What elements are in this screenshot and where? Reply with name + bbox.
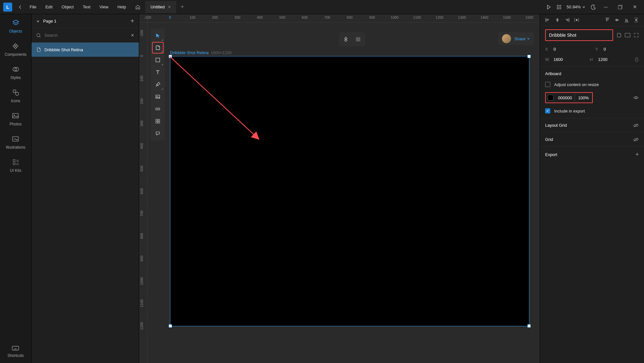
zoom-level[interactable]: 50.94% bbox=[567, 5, 585, 9]
tool-pen[interactable] bbox=[152, 79, 164, 90]
svg-rect-60 bbox=[616, 19, 617, 21]
svg-rect-64 bbox=[627, 20, 628, 21]
rail-components[interactable]: Components bbox=[5, 42, 26, 57]
artboard[interactable] bbox=[170, 56, 529, 326]
layout-grid-section[interactable]: Layout Grid bbox=[540, 118, 644, 132]
resize-handle-br[interactable] bbox=[527, 324, 531, 328]
lock-aspect-icon[interactable] bbox=[634, 57, 639, 62]
svg-point-14 bbox=[15, 92, 19, 95]
add-export-icon[interactable]: + bbox=[635, 151, 639, 158]
include-export-checkbox[interactable]: ✓ bbox=[545, 108, 550, 113]
pixel-grid-icon[interactable] bbox=[353, 34, 363, 44]
tab-close-icon[interactable]: × bbox=[168, 4, 171, 10]
menu-object[interactable]: Object bbox=[57, 1, 78, 13]
back-button[interactable] bbox=[15, 3, 25, 11]
rail-uikits[interactable]: UI Kits bbox=[10, 158, 21, 173]
layout-grid-visibility-icon[interactable] bbox=[633, 123, 639, 128]
align-right-icon[interactable] bbox=[564, 17, 570, 23]
maximize-button[interactable] bbox=[615, 4, 625, 11]
align-left-icon[interactable] bbox=[545, 17, 550, 23]
rail-shortcuts[interactable]: Shortcuts bbox=[7, 345, 24, 358]
align-center-v-icon[interactable] bbox=[614, 17, 620, 23]
svg-rect-48 bbox=[556, 19, 559, 20]
theme-toggle-icon[interactable] bbox=[591, 4, 596, 10]
distribute-v-icon[interactable] bbox=[634, 17, 639, 23]
adjust-content-checkbox[interactable] bbox=[545, 82, 550, 87]
resize-handle-tr[interactable] bbox=[527, 55, 531, 58]
svg-rect-19 bbox=[13, 163, 15, 165]
orientation-icon[interactable] bbox=[625, 33, 630, 37]
snap-icon[interactable] bbox=[341, 34, 351, 44]
keyboard-icon bbox=[11, 345, 20, 351]
tool-comment[interactable] bbox=[152, 128, 164, 139]
menu-view[interactable]: View bbox=[95, 1, 113, 13]
tool-button[interactable] bbox=[152, 103, 164, 115]
resize-handle-bl[interactable] bbox=[169, 324, 172, 328]
rail-illustrations[interactable]: Illustrations bbox=[6, 135, 25, 150]
ruler-horizontal[interactable]: -100010020030040050060070080090010001100… bbox=[147, 14, 540, 23]
export-section[interactable]: Export + bbox=[540, 146, 644, 162]
ruler-vertical[interactable]: -100010020030040050060070080090010001100… bbox=[139, 23, 147, 363]
menu-edit[interactable]: Edit bbox=[41, 1, 57, 13]
fill-hex-input[interactable]: 000000 bbox=[555, 93, 575, 102]
svg-rect-49 bbox=[556, 20, 558, 21]
menu-file[interactable]: File bbox=[25, 1, 41, 13]
svg-rect-37 bbox=[156, 119, 157, 121]
grid-section[interactable]: Grid bbox=[540, 132, 644, 146]
align-bottom-icon[interactable] bbox=[624, 17, 629, 23]
tool-image[interactable] bbox=[152, 91, 164, 103]
layer-item[interactable]: Dribbble Shot Retina bbox=[32, 43, 139, 57]
adjust-content-row[interactable]: Adjust content on resize bbox=[540, 79, 644, 90]
home-icon[interactable] bbox=[130, 1, 145, 13]
resize-handle-tl[interactable] bbox=[169, 55, 172, 58]
image-icon bbox=[11, 112, 20, 120]
height-value[interactable]: 1200 bbox=[598, 57, 608, 62]
rail-styles[interactable]: Styles bbox=[10, 65, 21, 80]
canvas[interactable]: -100010020030040050060070080090010001100… bbox=[139, 14, 540, 363]
rail-photos[interactable]: Photos bbox=[10, 112, 22, 126]
tool-rectangle[interactable] bbox=[152, 54, 164, 66]
rail-objects[interactable]: Objects bbox=[9, 19, 22, 34]
menu-help[interactable]: Help bbox=[113, 1, 131, 13]
close-button[interactable]: ✕ bbox=[630, 3, 639, 11]
fill-swatch[interactable] bbox=[548, 95, 554, 101]
fill-visibility-icon[interactable] bbox=[633, 95, 639, 100]
width-value[interactable]: 1600 bbox=[554, 57, 563, 62]
page-title[interactable]: Page 1 bbox=[43, 19, 127, 24]
play-icon[interactable] bbox=[546, 5, 551, 10]
artboard-template-icon[interactable] bbox=[616, 33, 621, 38]
artboard-label[interactable]: Dribbble Shot Retina 1600×1200 bbox=[170, 50, 232, 55]
size-row: W1600 H1200 bbox=[540, 54, 644, 67]
align-center-h-icon[interactable] bbox=[555, 17, 560, 23]
add-page-button[interactable]: + bbox=[130, 17, 134, 25]
chevron-down-icon[interactable] bbox=[36, 19, 40, 23]
minimize-button[interactable]: ─ bbox=[601, 3, 610, 11]
svg-point-5 bbox=[560, 6, 561, 7]
include-export-row[interactable]: ✓ Include in export bbox=[540, 106, 644, 118]
menu-text[interactable]: Text bbox=[78, 1, 95, 13]
element-name-input[interactable] bbox=[545, 29, 613, 41]
fill-opacity-input[interactable]: 100% bbox=[575, 93, 592, 102]
clear-search-icon[interactable]: ✕ bbox=[131, 33, 134, 38]
grid-visibility-icon[interactable] bbox=[633, 137, 639, 142]
tool-grid[interactable] bbox=[152, 115, 164, 127]
inspector-panel: X0 Y0 W1600 H1200 Artboard Adjust conten… bbox=[540, 14, 644, 363]
app-logo[interactable]: L bbox=[3, 3, 12, 12]
distribute-h-icon[interactable] bbox=[574, 17, 579, 23]
tool-select[interactable] bbox=[152, 30, 164, 41]
fullscreen-icon[interactable] bbox=[634, 33, 639, 38]
apps-icon[interactable] bbox=[556, 5, 562, 10]
x-value[interactable]: 0 bbox=[554, 47, 556, 52]
y-value[interactable]: 0 bbox=[604, 47, 606, 52]
svg-line-31 bbox=[40, 36, 41, 37]
rail-icons[interactable]: Icons bbox=[11, 88, 20, 103]
svg-rect-33 bbox=[156, 95, 160, 98]
search-input[interactable] bbox=[44, 33, 128, 38]
new-tab-button[interactable]: + bbox=[176, 0, 189, 14]
document-tab[interactable]: Untitled × bbox=[145, 1, 176, 13]
align-top-icon[interactable] bbox=[605, 17, 610, 23]
tool-artboard[interactable] bbox=[152, 42, 164, 54]
tool-text[interactable] bbox=[152, 66, 164, 78]
share-button[interactable]: Share bbox=[514, 36, 530, 41]
avatar[interactable] bbox=[502, 34, 511, 43]
